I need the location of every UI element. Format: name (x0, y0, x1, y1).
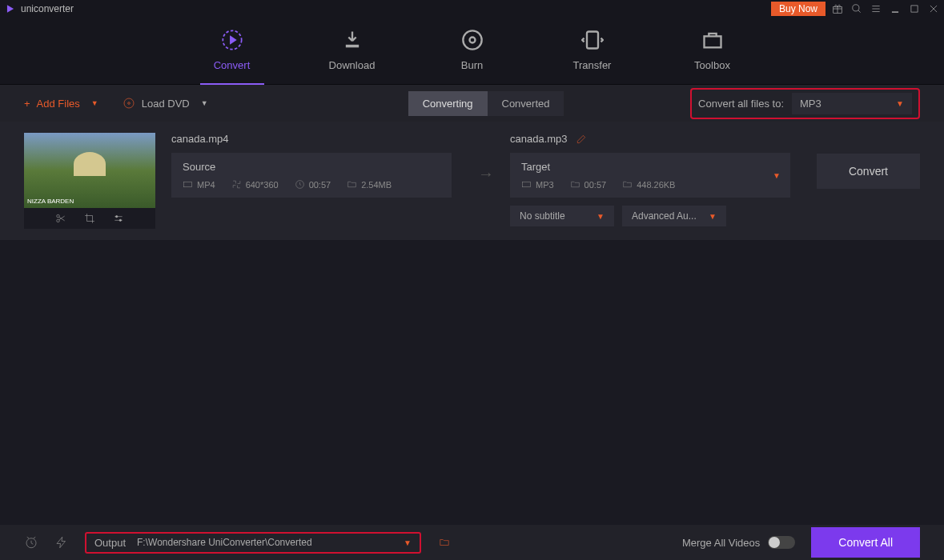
video-thumbnail[interactable]: NIZZA BARDEN (24, 133, 155, 208)
minimize-icon[interactable] (890, 3, 901, 14)
folder-icon (570, 179, 580, 190)
app-logo-icon (5, 3, 16, 14)
format-select[interactable]: MP3 ▼ (792, 93, 912, 114)
maximize-icon[interactable] (909, 3, 920, 14)
convert-column: Convert (817, 133, 920, 189)
subtitle-value: No subtitle (520, 210, 565, 222)
svg-rect-15 (184, 182, 192, 187)
target-title: Target (521, 161, 779, 173)
svg-point-6 (469, 38, 475, 43)
target-info-box[interactable]: Target MP3 00:57 448.26KB ▼ (510, 153, 790, 198)
output-path: F:\Wondershare UniConverter\Converted (137, 537, 392, 548)
tab-transfer[interactable]: Transfer (560, 29, 625, 84)
thumb-tools (24, 208, 155, 229)
load-dvd-button[interactable]: Load DVD ▼ (123, 97, 208, 110)
toolbox-icon (701, 29, 724, 51)
svg-rect-7 (587, 32, 598, 49)
chevron-down-icon: ▼ (91, 99, 98, 107)
nav-label: Toolbox (694, 59, 730, 71)
tab-converting[interactable]: Converting (408, 91, 488, 116)
subtitle-select[interactable]: No subtitle ▼ (510, 206, 614, 226)
chevron-down-icon[interactable]: ▼ (773, 171, 781, 180)
output-label: Output (94, 537, 126, 549)
svg-point-9 (124, 98, 134, 108)
svg-point-1 (853, 5, 859, 11)
open-folder-icon[interactable] (437, 537, 452, 548)
nav-label: Download (329, 59, 376, 71)
svg-point-14 (119, 219, 121, 221)
svg-rect-4 (345, 45, 358, 48)
alarm-icon[interactable] (24, 535, 38, 550)
source-column: canada.mp4 Source MP4 640*360 00:57 2.54… (171, 133, 462, 198)
source-format: MP4 (197, 180, 215, 190)
thumbnail-wrap: NIZZA BARDEN (24, 133, 155, 229)
output-path-area: Output F:\Wondershare UniConverter\Conve… (85, 532, 421, 554)
chevron-down-icon: ▼ (597, 212, 605, 221)
source-resolution: 640*360 (246, 180, 279, 190)
nav-label: Burn (461, 59, 483, 71)
disc-icon (123, 97, 135, 110)
source-title: Source (183, 161, 440, 173)
tab-burn[interactable]: Burn (440, 29, 504, 84)
file-list: NIZZA BARDEN canada.mp4 Source MP4 640*3… (0, 122, 944, 240)
source-filename: canada.mp4 (171, 133, 462, 145)
source-info-box: Source MP4 640*360 00:57 2.54MB (171, 153, 452, 198)
audio-select[interactable]: Advanced Au... ▼ (622, 206, 726, 226)
convert-all-label: Convert all files to: (698, 98, 784, 110)
video-icon (183, 179, 193, 190)
folder-icon (622, 179, 633, 190)
gift-icon[interactable] (832, 3, 843, 14)
bottom-bar: Output F:\Wondershare UniConverter\Conve… (0, 525, 944, 560)
convert-all-button[interactable]: Convert All (811, 527, 920, 558)
menu-icon[interactable] (870, 3, 882, 14)
main-nav: Convert Download Burn Transfer Toolbox (0, 18, 944, 85)
svg-point-10 (127, 102, 130, 105)
convert-icon (221, 29, 243, 51)
chevron-down-icon: ▼ (896, 99, 904, 108)
svg-rect-2 (911, 6, 918, 12)
download-icon (341, 29, 364, 51)
close-icon[interactable] (928, 3, 939, 14)
transfer-icon (581, 29, 604, 51)
app-title: uniconverter (21, 3, 771, 14)
convert-button[interactable]: Convert (817, 154, 920, 189)
format-value: MP3 (800, 98, 821, 110)
tab-download[interactable]: Download (320, 29, 384, 84)
target-duration: 00:57 (584, 180, 607, 190)
target-format: MP3 (536, 180, 554, 190)
plus-icon: + (24, 98, 30, 110)
audio-value: Advanced Au... (632, 210, 697, 222)
edit-icon[interactable] (576, 134, 587, 145)
effects-icon[interactable] (113, 213, 124, 224)
speed-icon[interactable] (54, 535, 69, 550)
chevron-down-icon[interactable]: ▼ (404, 538, 412, 547)
file-row: NIZZA BARDEN canada.mp4 Source MP4 640*3… (24, 133, 920, 229)
target-size: 448.26KB (637, 180, 675, 190)
tab-convert[interactable]: Convert (200, 29, 264, 85)
svg-rect-17 (523, 182, 531, 187)
merge-label: Merge All Videos (682, 537, 760, 549)
svg-point-5 (463, 30, 481, 49)
target-column: canada.mp3 Target MP3 00:57 448.26KB ▼ N… (510, 133, 801, 226)
search-icon[interactable] (851, 3, 862, 14)
add-files-label: Add Files (37, 98, 80, 110)
folder-icon (347, 179, 357, 190)
nav-label: Transfer (573, 59, 612, 71)
nav-label: Convert (214, 59, 251, 71)
merge-toggle[interactable] (768, 536, 795, 549)
add-files-button[interactable]: + Add Files ▼ (24, 98, 98, 110)
target-filename: canada.mp3 (510, 133, 568, 145)
titlebar: uniconverter Buy Now (0, 0, 944, 18)
merge-videos-area: Merge All Videos (682, 536, 795, 549)
crop-icon[interactable] (84, 213, 95, 224)
tab-toolbox[interactable]: Toolbox (681, 29, 745, 84)
trim-icon[interactable] (55, 213, 66, 224)
source-size: 2.54MB (361, 180, 392, 190)
tab-converted[interactable]: Converted (488, 91, 564, 116)
chevron-down-icon: ▼ (201, 99, 208, 107)
load-dvd-label: Load DVD (142, 98, 190, 110)
toolbar: + Add Files ▼ Load DVD ▼ Converting Conv… (0, 85, 944, 122)
burn-icon (461, 29, 484, 51)
arrow-column: → (478, 133, 494, 183)
buy-now-button[interactable]: Buy Now (771, 2, 825, 16)
